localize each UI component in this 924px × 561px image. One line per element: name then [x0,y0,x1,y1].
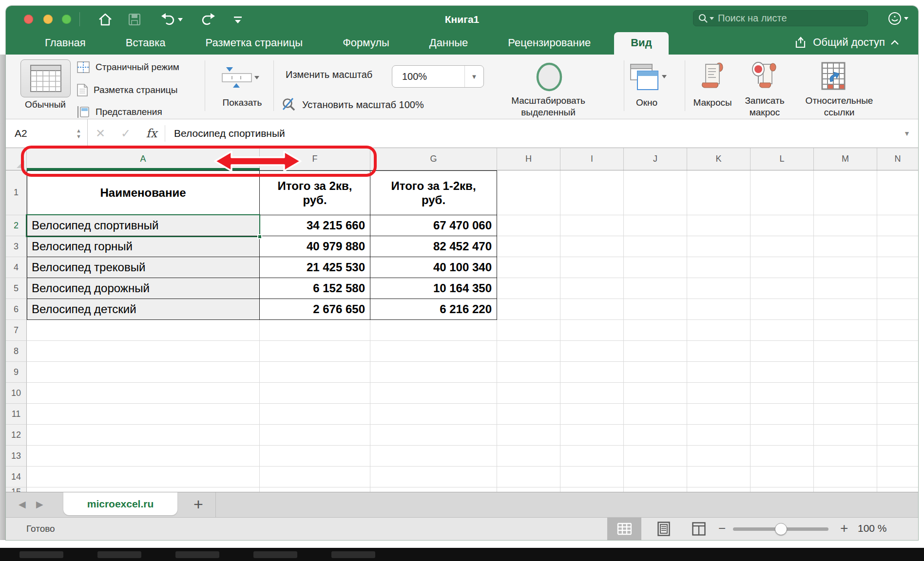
row-header-7[interactable]: 7 [6,320,27,341]
cell-L10[interactable] [751,383,814,404]
cell-J2[interactable] [624,215,687,236]
cell-F3[interactable]: 40 979 880 [260,236,370,257]
cell-F14[interactable] [260,467,370,487]
cell-K11[interactable] [687,404,751,425]
cell-H6[interactable] [497,299,560,320]
cell-H5[interactable] [497,278,560,299]
row-header-10[interactable]: 10 [6,383,27,404]
cell-H8[interactable] [497,341,560,362]
cell-G13[interactable] [370,446,497,467]
column-header-K[interactable]: K [687,148,751,170]
cell-N6[interactable] [877,299,918,320]
cell-N8[interactable] [877,341,918,362]
cell-N5[interactable] [877,278,918,299]
column-header-L[interactable]: L [751,148,814,170]
row-header-1[interactable]: 1 [6,170,27,215]
tab-5[interactable]: Данные [413,32,484,55]
cell-I10[interactable] [560,383,624,404]
cell-G10[interactable] [370,383,497,404]
cell-A3[interactable]: Велосипед горный [27,236,260,257]
cell-J14[interactable] [624,467,687,487]
cell-A4[interactable]: Велосипед трековый [27,257,260,278]
column-header-I[interactable]: I [560,148,624,170]
tab-2[interactable]: Вставка [109,32,182,55]
tab-3[interactable]: Разметка страницы [189,32,320,55]
cell-A15[interactable] [27,487,260,492]
cell-H4[interactable] [497,257,560,278]
cell-I12[interactable] [560,425,624,446]
cell-J15[interactable] [624,487,687,492]
cell-H15[interactable] [497,487,560,492]
cell-L4[interactable] [751,257,814,278]
tab-7[interactable]: Вид [614,32,668,55]
cell-A14[interactable] [27,467,260,487]
cell-A5[interactable]: Велосипед дорожный [27,278,260,299]
record-macro-button[interactable] [751,61,777,94]
cell-F10[interactable] [260,383,370,404]
cell-H13[interactable] [497,446,560,467]
cell-M14[interactable] [814,467,877,487]
cell-F11[interactable] [260,404,370,425]
cell-N10[interactable] [877,383,918,404]
cell-I4[interactable] [560,257,624,278]
cell-N15[interactable] [877,487,918,492]
cell-I11[interactable] [560,404,624,425]
row-header-14[interactable]: 14 [6,467,27,487]
select-all-corner[interactable] [6,148,27,170]
zoom-out-icon[interactable]: − [718,521,726,536]
tab-4[interactable]: Формулы [326,32,406,55]
row-header-11[interactable]: 11 [6,404,27,425]
cell-A8[interactable] [27,341,260,362]
zoom-slider-thumb[interactable] [775,523,787,535]
row-header-6[interactable]: 6 [6,299,27,320]
row-header-4[interactable]: 4 [6,257,27,278]
page-layout-button[interactable]: Разметка страницы [77,84,177,96]
cell-A10[interactable] [27,383,260,404]
cell-L12[interactable] [751,425,814,446]
cell-G7[interactable] [370,320,497,341]
column-header-F[interactable]: F [260,148,370,170]
cell-N12[interactable] [877,425,918,446]
cell-H11[interactable] [497,404,560,425]
cell-G5[interactable]: 10 164 350 [370,278,497,299]
cell-J5[interactable] [624,278,687,299]
cell-J11[interactable] [624,404,687,425]
cell-K9[interactable] [687,362,751,383]
cell-A2[interactable]: Велосипед спортивный [27,215,260,236]
cell-M10[interactable] [814,383,877,404]
relative-references-button[interactable] [821,61,846,93]
cell-N2[interactable] [877,215,918,236]
confirm-entry-icon[interactable]: ✓ [113,127,138,140]
sheet-nav-right-icon[interactable]: ▶ [36,499,43,510]
cell-A9[interactable] [27,362,260,383]
cell-M1[interactable] [814,170,877,215]
column-header-A[interactable]: A [27,148,260,170]
cell-L3[interactable] [751,236,814,257]
cell-I1[interactable] [560,170,624,215]
cell-G14[interactable] [370,467,497,487]
cell-G11[interactable] [370,404,497,425]
row-header-5[interactable]: 5 [6,278,27,299]
cell-F15[interactable] [260,487,370,492]
cell-G2[interactable]: 67 470 060 [370,215,497,236]
cell-M3[interactable] [814,236,877,257]
cancel-entry-icon[interactable]: ✕ [88,127,113,140]
formula-input[interactable]: Велосипед спортивный [165,128,896,139]
cell-L11[interactable] [751,404,814,425]
share-button[interactable]: Общий доступ [794,36,899,49]
cell-J8[interactable] [624,341,687,362]
cell-G3[interactable]: 82 452 470 [370,236,497,257]
zoom-to-selection-button[interactable] [536,62,563,94]
column-header-J[interactable]: J [624,148,687,170]
sheet-tab-active[interactable]: microexcel.ru [63,492,177,515]
window-button[interactable] [630,63,667,94]
cell-H1[interactable] [497,170,560,215]
normal-view-toggle-button[interactable] [607,518,641,540]
cell-K14[interactable] [687,467,751,487]
insert-function-icon[interactable]: fx [138,127,165,140]
cell-H12[interactable] [497,425,560,446]
cell-L7[interactable] [751,320,814,341]
tab-6[interactable]: Рецензирование [491,32,607,55]
row-header-12[interactable]: 12 [6,425,27,446]
cell-M7[interactable] [814,320,877,341]
